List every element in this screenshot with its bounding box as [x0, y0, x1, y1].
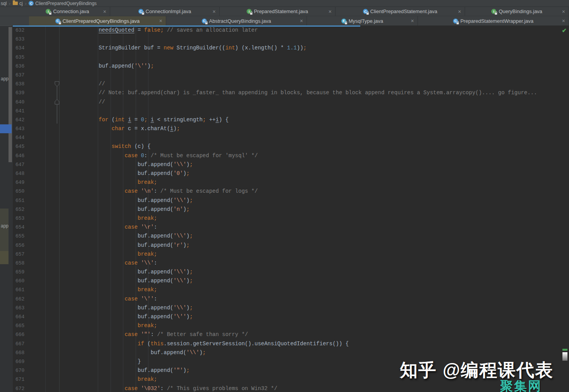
line-number[interactable]: 664	[13, 312, 73, 321]
panel-label-app-1[interactable]: app	[1, 76, 9, 81]
line-number[interactable]: 669	[13, 357, 73, 366]
line-number[interactable]: 658	[13, 259, 73, 268]
line-number[interactable]: 646	[13, 151, 73, 160]
code-line[interactable]: 666 case '"': /* Better safe than sorry …	[13, 330, 561, 339]
fold-start-marker[interactable]	[55, 81, 60, 87]
code-line[interactable]: 634 StringBuilder buf = new StringBuilde…	[13, 44, 561, 53]
panel-label-app-2[interactable]: app	[1, 223, 9, 229]
line-number[interactable]: 648	[13, 169, 73, 178]
code-line[interactable]: 645 switch (c) {	[13, 142, 561, 151]
code-line[interactable]: 639 // Note: buf.append(char) is _faster…	[13, 88, 561, 97]
editor-tab[interactable]: IConnection.java×	[25, 7, 110, 16]
code-line[interactable]: 636 buf.append('\'');	[13, 62, 561, 71]
line-number[interactable]: 641	[13, 107, 73, 115]
line-number[interactable]: 653	[13, 214, 73, 223]
editor-tab[interactable]: CConnectionImpl.java×	[110, 7, 220, 16]
code-line[interactable]: 655 buf.append('\\');	[13, 232, 561, 241]
code-editor[interactable]: 632 needsQuoted = false; // saves an all…	[13, 26, 561, 392]
code-line[interactable]: 649 break;	[13, 178, 561, 187]
code-line[interactable]: 635	[13, 53, 561, 62]
line-number[interactable]: 656	[13, 241, 73, 250]
panel-selected-item[interactable]	[0, 124, 12, 133]
line-number[interactable]: 671	[13, 375, 73, 384]
code-line[interactable]: 662 case '\'':	[13, 295, 561, 304]
line-number[interactable]: 657	[13, 250, 73, 259]
editor-tab[interactable]: CClientPreparedQueryBindings.java×	[29, 16, 166, 25]
line-number[interactable]: 651	[13, 196, 73, 205]
line-number[interactable]: 642	[13, 115, 73, 124]
code-line[interactable]: 661 break;	[13, 285, 561, 294]
line-number[interactable]: 670	[13, 366, 73, 375]
code-line[interactable]: 638 //	[13, 80, 561, 88]
editor-tab[interactable]: CAbstractQueryBindings.java×	[166, 16, 307, 25]
error-stripe-mark-white[interactable]	[562, 352, 567, 361]
close-icon[interactable]: ×	[562, 18, 565, 24]
code-line[interactable]: 667 if (this.session.getServerSession().…	[13, 339, 561, 348]
breadcrumb-item[interactable]: CClientPreparedQueryBindings	[29, 1, 97, 6]
line-number[interactable]: 666	[13, 330, 73, 339]
line-number[interactable]: 640	[13, 98, 73, 107]
code-line[interactable]: 651 buf.append('\\');	[13, 196, 561, 205]
line-number[interactable]: 659	[13, 268, 73, 277]
close-icon[interactable]: ×	[458, 9, 461, 14]
code-line[interactable]: 650 case '\n': /* Must be escaped for lo…	[13, 187, 561, 196]
line-number[interactable]: 654	[13, 223, 73, 232]
code-line[interactable]: 660 buf.append('\\');	[13, 277, 561, 285]
line-number[interactable]: 655	[13, 232, 73, 241]
line-number[interactable]: 662	[13, 295, 73, 304]
close-icon[interactable]: ×	[103, 9, 106, 14]
line-number[interactable]: 660	[13, 277, 73, 285]
close-icon[interactable]: ×	[213, 9, 216, 14]
code-line[interactable]: 653 break;	[13, 214, 561, 223]
panel-scrollbar[interactable]	[9, 27, 12, 162]
line-number[interactable]: 637	[13, 71, 73, 80]
breadcrumb-item[interactable]: cj	[13, 1, 23, 6]
code-line[interactable]: 672 case '\032': /* This gives problems …	[13, 384, 561, 392]
close-icon[interactable]: ×	[411, 18, 414, 24]
line-number[interactable]: 638	[13, 80, 73, 88]
close-icon[interactable]: ×	[300, 18, 303, 24]
code-line[interactable]: 641	[13, 107, 561, 115]
inspections-ok-icon[interactable]: ✔	[562, 27, 567, 34]
breadcrumb-item[interactable]: sql	[1, 1, 7, 6]
code-line[interactable]: 654 case '\r':	[13, 223, 561, 232]
line-number[interactable]: 661	[13, 285, 73, 294]
line-number[interactable]: 665	[13, 321, 73, 330]
line-number[interactable]: 644	[13, 133, 73, 142]
code-line[interactable]: 665 break;	[13, 321, 561, 330]
code-line[interactable]: 633	[13, 35, 561, 44]
line-number[interactable]: 634	[13, 44, 73, 53]
error-stripe-mark-green[interactable]	[562, 349, 567, 351]
code-line[interactable]: 647 buf.append('\\');	[13, 160, 561, 169]
line-number[interactable]: 643	[13, 124, 73, 133]
code-line[interactable]: 659 buf.append('\\');	[13, 268, 561, 277]
code-line[interactable]: 668 buf.append('\\');	[13, 348, 561, 357]
line-number[interactable]: 645	[13, 142, 73, 151]
code-line[interactable]: 642 for (int i = 0; i < stringLength; ++…	[13, 115, 561, 124]
code-line[interactable]: 644	[13, 133, 561, 142]
line-number[interactable]: 652	[13, 205, 73, 214]
code-line[interactable]: 648 buf.append('0');	[13, 169, 561, 178]
line-number[interactable]: 663	[13, 304, 73, 312]
code-line[interactable]: 643 char c = x.charAt(i);	[13, 124, 561, 133]
editor-tab[interactable]: EMysqlType.java×	[307, 16, 418, 25]
close-icon[interactable]: ×	[159, 18, 162, 24]
code-line[interactable]: 658 case '\\':	[13, 259, 561, 268]
editor-tab[interactable]: IPreparedStatement.java×	[220, 7, 336, 16]
close-icon[interactable]: ×	[329, 9, 332, 14]
line-number[interactable]: 672	[13, 384, 73, 392]
line-number[interactable]: 649	[13, 178, 73, 187]
line-number[interactable]: 633	[13, 35, 73, 44]
line-number[interactable]: 647	[13, 160, 73, 169]
code-line[interactable]: 657 break;	[13, 250, 561, 259]
close-icon[interactable]: ×	[562, 9, 565, 14]
code-line[interactable]: 652 buf.append('n');	[13, 205, 561, 214]
code-line[interactable]: 640 //	[13, 98, 561, 107]
code-line[interactable]: 632 needsQuoted = false; // saves an all…	[13, 26, 561, 35]
code-line[interactable]: 664 buf.append('\'');	[13, 312, 561, 321]
code-line[interactable]: 663 buf.append('\\');	[13, 304, 561, 312]
line-number[interactable]: 632	[13, 26, 73, 35]
fold-end-marker[interactable]	[55, 99, 60, 105]
editor-tab[interactable]: IQueryBindings.java×	[465, 7, 569, 16]
editor-tab[interactable]: CPreparedStatementWrapper.java×	[418, 16, 569, 25]
